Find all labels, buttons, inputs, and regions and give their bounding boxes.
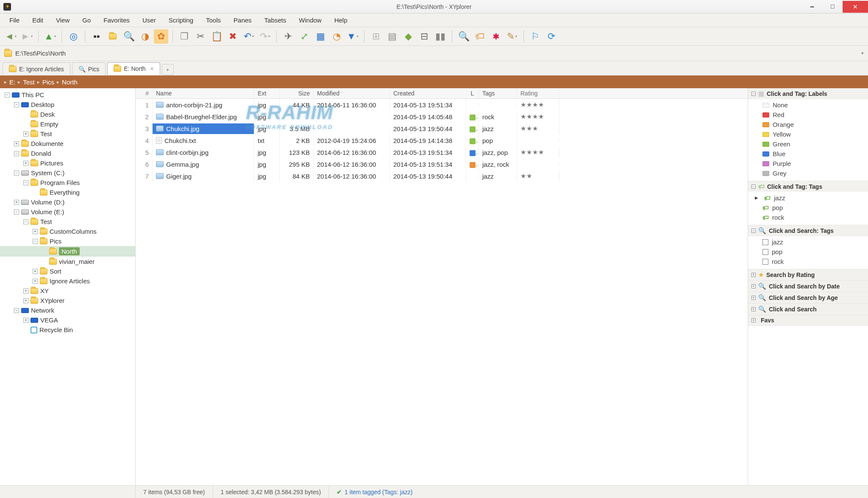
file-row[interactable]: 4Chukchi.txttxt2 KB2012-04-19 15:24:0620… [136,134,748,146]
tree-item[interactable]: North [0,246,135,257]
calendar-button[interactable]: ▤ [385,29,399,44]
tree-toggle[interactable]: − [14,151,19,156]
checkbox[interactable] [762,259,768,265]
brush-button[interactable]: ✎▾ [505,29,519,44]
column-header[interactable]: # [136,88,153,98]
toggle-icon[interactable]: − [751,185,756,189]
label-item[interactable]: Grey [761,168,868,178]
file-row[interactable]: 5clint-corbijn.jpgjpg123 KB2014-06-12 16… [136,146,748,158]
search-tag-item[interactable]: pop [761,247,868,257]
undo-button[interactable]: ↶▾ [242,29,256,44]
menu-favorites[interactable]: Favorites [98,15,135,25]
send-button[interactable]: ✈ [281,29,295,44]
folder-tree[interactable]: −This PC−DesktopDeskEmpty+Test+Dokumente… [0,88,136,485]
tree-toggle[interactable]: + [23,131,28,137]
color-button[interactable]: ✱ [489,29,503,44]
tree-item[interactable]: −Volume (E:) [0,207,135,217]
breadcrumb-item[interactable]: Pics [42,78,54,86]
catalog-button[interactable]: ✿ [154,29,168,44]
panel-section-header[interactable]: −🔍Click and Search: Tags [748,225,868,236]
tree-item[interactable]: −This PC [0,90,135,100]
tree-toggle[interactable]: + [33,279,38,284]
catalog-panel[interactable]: −▦Click and Tag: LabelsNoneRedOrangeYell… [748,88,868,485]
flag-button[interactable]: ⚐ [528,29,542,44]
panel-section-header[interactable]: +★Search by Rating [748,269,868,280]
tag-item[interactable]: 🏷pop [761,203,868,213]
column-header[interactable]: Name [153,88,254,98]
forward-button[interactable]: ►▾ [19,29,34,44]
column-header[interactable]: L [466,88,479,98]
tree-item[interactable]: Everything [0,187,135,197]
list-header[interactable]: #NameExtSizeModifiedCreatedLTagsRating [136,88,748,99]
panel-section-header[interactable]: −▦Click and Tag: Labels [748,88,868,99]
tree-toggle[interactable]: − [14,102,19,107]
tree-toggle[interactable]: + [33,229,38,234]
label-item[interactable]: Purple [761,159,868,168]
status-tagged[interactable]: 1 item tagged (Tags: jazz) [345,489,412,495]
menu-edit[interactable]: Edit [27,15,48,25]
panel-button[interactable]: ▦ [313,29,328,44]
tree-item[interactable]: −Donald [0,148,135,158]
file-row[interactable]: 1anton-corbijn-21.jpgjpg44 KB2014-06-11 … [136,99,748,111]
file-row[interactable]: 7Giger.jpgjpg84 KB2014-06-12 16:36:00201… [136,170,748,182]
breadcrumb-item[interactable]: E: [9,78,15,86]
split-button[interactable]: ⊟ [417,29,431,44]
tab-add-button[interactable]: + [162,64,174,75]
tree-item[interactable]: vivian_maier [0,257,135,266]
search-button[interactable]: 🔍 [456,29,471,44]
close-button[interactable]: ✕ [843,1,868,13]
tags-button[interactable]: 🏷 [473,29,487,44]
panel-section-header[interactable]: +🔍Click and Search [748,304,868,315]
zoom-in-button[interactable]: ⤢ [297,29,312,44]
up-button[interactable]: ▲▾ [43,29,57,44]
column-header[interactable]: Rating [517,88,559,98]
search-tag-item[interactable]: jazz [761,237,868,247]
tree-item[interactable]: +XY [0,286,135,296]
tree-item[interactable]: Desk [0,109,135,119]
label-item[interactable]: Blue [761,149,868,159]
menu-user[interactable]: User [137,15,161,25]
tree-toggle[interactable]: − [14,308,19,313]
chart-button[interactable]: ◔ [329,29,344,44]
tree-toggle[interactable]: − [23,219,28,224]
menu-panes[interactable]: Panes [228,15,257,25]
file-row[interactable]: 3Chukchi.jpgjpg3.5 MB2014-05-13 19:50:44… [136,123,748,134]
panel-section-header[interactable]: +🔍Click and Search by Age [748,292,868,303]
tree-toggle[interactable]: − [5,92,10,98]
file-list[interactable]: R-RAHIMSOFTWARE DOWNLOAD #NameExtSizeMod… [136,88,748,485]
search-tag-item[interactable]: rock [761,257,868,266]
tree-toggle[interactable]: − [14,171,19,176]
minimize-button[interactable]: ━ [802,1,822,13]
copy-button[interactable]: ❐ [177,29,192,44]
menu-tools[interactable]: Tools [201,15,226,25]
tree-toggle[interactable]: + [14,200,19,205]
tab[interactable]: E: North✕ [107,62,160,75]
toggle-icon[interactable]: + [751,296,756,300]
toggle-icon[interactable]: + [751,273,756,277]
menu-window[interactable]: Window [294,15,326,25]
tree-toggle[interactable]: + [23,298,28,303]
maximize-button[interactable]: ☐ [822,1,843,13]
tree-toggle[interactable]: + [23,288,28,294]
find-button[interactable]: 🔍 [122,29,136,44]
tree-item[interactable]: −System (C:) [0,168,135,178]
android-button[interactable]: ◆ [401,29,415,44]
tree-toggle[interactable]: − [33,239,38,244]
tree-toggle[interactable]: + [23,161,28,166]
tree-item[interactable]: −Program Files [0,178,135,187]
tree-item[interactable]: +CustomColumns [0,227,135,236]
target-button[interactable]: ◎ [66,29,81,44]
menu-view[interactable]: View [51,15,75,25]
column-header[interactable]: Size [280,88,314,98]
refresh-button[interactable]: ⟳ [544,29,559,44]
address-bar[interactable]: E:\Test\Pics\North ▾ [0,46,868,61]
label-item[interactable]: Orange [761,120,868,129]
address-dropdown-icon[interactable]: ▾ [861,50,864,56]
tree-item[interactable]: −Desktop [0,100,135,109]
column-header[interactable]: Tags [479,88,517,98]
column-header[interactable]: Modified [314,88,390,98]
label-item[interactable]: None [761,100,868,110]
menu-file[interactable]: File [4,15,25,25]
redo-button[interactable]: ↷▾ [258,29,272,44]
tree-item[interactable]: +Ignore Articles [0,276,135,286]
